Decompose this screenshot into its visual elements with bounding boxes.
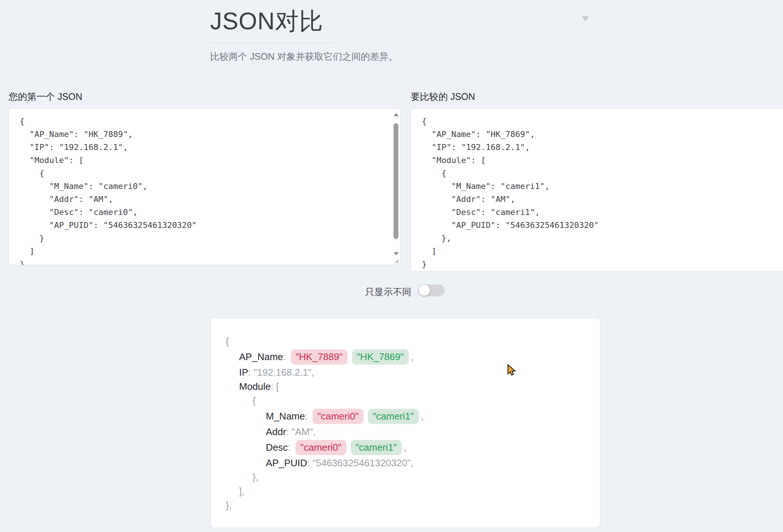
toggle-knob[interactable] <box>419 285 430 296</box>
diff-text: : <box>248 367 254 378</box>
first-json-textarea[interactable]: { "AP_Name": "HK_7889", "IP": "192.168.2… <box>9 108 401 265</box>
diff-text: : <box>305 411 310 422</box>
page-subtitle: 比较两个 JSON 对象并获取它们之间的差异。 <box>210 50 398 63</box>
diff-text: "192.168.2.1", <box>254 367 314 378</box>
second-json-textarea[interactable]: { "AP_Name": "HK_7869", "IP": "192.168.2… <box>411 108 783 272</box>
diff-line: Desc: "cameri0""cameri1", <box>211 439 600 456</box>
diff-text: M_Name <box>266 411 305 422</box>
diff-text: "AM", <box>291 426 316 438</box>
diff-text: "54636325461320320", <box>313 457 414 469</box>
diff-result-panel: {AP_Name: "HK_7889""HK_7869",IP: "192.16… <box>211 318 600 528</box>
scrollbar-thumb[interactable] <box>394 123 398 239</box>
scroll-up-arrow-icon[interactable] <box>394 113 399 116</box>
first-json-label: 您的第一个 JSON <box>9 91 82 103</box>
diff-line: { <box>211 394 600 408</box>
diff-line: Addr: "AM", <box>211 425 600 439</box>
diff-text: [ <box>276 381 279 392</box>
diff-removed-value: "HK_7889" <box>291 349 348 365</box>
first-json-content[interactable]: { "AP_Name": "HK_7889", "IP": "192.168.2… <box>9 109 400 265</box>
diff-text: }, <box>252 471 258 483</box>
scroll-down-arrow-icon[interactable] <box>394 252 399 255</box>
diff-line: }, <box>211 470 600 484</box>
scrollbar[interactable] <box>393 110 399 264</box>
diff-text: IP <box>239 367 248 378</box>
diff-line: Module: [ <box>211 379 600 394</box>
diff-text: Module <box>239 381 271 392</box>
second-json-content[interactable]: { "AP_Name": "HK_7869", "IP": "192.168.2… <box>411 109 783 271</box>
diff-text: ], <box>239 486 244 497</box>
diff-text: AP_Name <box>239 351 283 363</box>
diff-added-value: "cameri1" <box>351 440 402 455</box>
diff-text: { <box>252 395 256 407</box>
diff-text: }, <box>226 500 232 511</box>
diff-text: : <box>288 442 293 453</box>
show-only-diff-label: 只显示不同 <box>365 286 411 298</box>
resize-grip-icon[interactable] <box>394 258 399 264</box>
second-json-label: 要比较的 JSON <box>411 91 475 103</box>
diff-line: AP_Name: "HK_7889""HK_7869", <box>211 348 600 365</box>
diff-removed-value: "cameri0" <box>296 440 346 455</box>
diff-text: , <box>421 411 424 422</box>
diff-text: , <box>411 351 414 363</box>
page-title: JSON对比 <box>210 5 335 43</box>
diff-added-value: "HK_7869" <box>352 349 409 365</box>
favorite-heart-icon[interactable]: ♥ <box>582 13 589 24</box>
diff-text: : <box>283 351 288 363</box>
diff-text: : <box>307 457 312 469</box>
diff-text: Addr <box>266 426 286 438</box>
diff-added-value: "cameri1" <box>368 409 419 424</box>
diff-line: }, <box>211 498 600 512</box>
diff-removed-value: "cameri0" <box>313 409 363 424</box>
diff-text: AP_PUID <box>266 457 307 469</box>
show-only-diff-toggle[interactable] <box>418 284 445 296</box>
diff-text: , <box>404 442 407 453</box>
diff-text: { <box>226 336 229 347</box>
diff-line: AP_PUID: "54636325461320320", <box>211 456 600 470</box>
diff-line: { <box>211 334 600 348</box>
diff-line: IP: "192.168.2.1", <box>211 365 600 379</box>
diff-line: M_Name: "cameri0""cameri1", <box>211 408 600 425</box>
diff-text: : <box>286 426 291 438</box>
diff-text: Desc <box>266 442 288 453</box>
diff-line: ], <box>211 484 600 498</box>
diff-text: : <box>271 381 276 392</box>
